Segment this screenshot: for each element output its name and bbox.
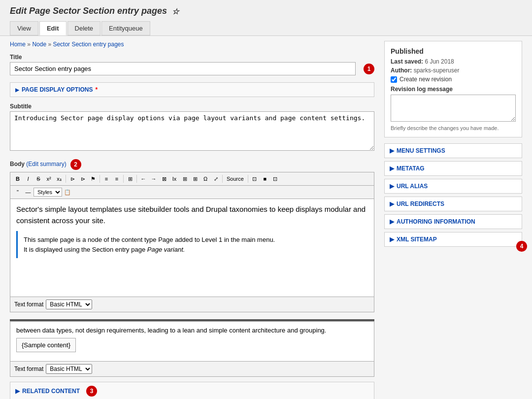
arrow-icon-xml: ▶ — [390, 236, 394, 243]
create-revision-checkbox[interactable] — [391, 76, 397, 83]
sidebar-author: Author: sparks-superuser — [391, 67, 516, 74]
url-alias-header[interactable]: ▶ URL ALIAS — [385, 179, 522, 193]
strike-btn[interactable]: S — [33, 174, 43, 184]
tab-bar: View Edit Delete Entityqueue — [10, 21, 522, 35]
text-format-select[interactable]: Basic HTML Full HTML Plain text — [46, 299, 92, 309]
clear-format-btn[interactable]: Ix — [169, 174, 179, 184]
redo-btn[interactable]: → — [149, 174, 159, 184]
arrow-icon-url-alias: ▶ — [390, 183, 394, 190]
omega-btn[interactable]: Ω — [200, 174, 210, 184]
revision-log-textarea[interactable] — [391, 95, 516, 122]
body-bottom-text: between data types, not design requireme… — [16, 327, 368, 334]
undo-btn[interactable]: ← — [138, 174, 148, 184]
editor-toolbar: B I S x² x₂ ⊳ ⊳ ⚑ ≡ ≡ ⊞ ← → — [10, 172, 374, 185]
revision-log-label: Revision log message — [391, 86, 516, 93]
body-label: Body (Edit summary) — [10, 161, 66, 167]
arrow-icon-related: ▶ — [15, 388, 20, 395]
title-label: Title — [10, 54, 374, 61]
url-alias-label: URL ALIAS — [397, 183, 428, 190]
url-redirects-label: URL REDIRECTS — [397, 200, 444, 207]
blockquote-line1: This sample page is a node of the conten… — [24, 236, 275, 243]
metatag-header[interactable]: ▶ METATAG — [385, 162, 522, 175]
italic-btn[interactable]: I — [23, 174, 33, 184]
text-format-label: Text format — [14, 301, 43, 308]
maximize-btn[interactable]: ⊡ — [270, 174, 280, 184]
xml-sitemap-section: ▶ XML SITEMAP — [384, 232, 522, 247]
arrow-icon-meta: ▶ — [390, 165, 394, 172]
image-btn[interactable]: ⊞ — [180, 174, 190, 184]
url-alias-section: ▶ URL ALIAS — [384, 179, 522, 194]
tab-view[interactable]: View — [10, 21, 38, 35]
sample-content-box: {Sample content} — [16, 338, 76, 352]
metatag-label: METATAG — [397, 165, 425, 172]
arrow-icon: ▶ — [15, 87, 19, 93]
body-badge: 2 — [70, 159, 81, 170]
arrow-icon-menu: ▶ — [390, 147, 394, 154]
sep4 — [136, 175, 137, 183]
authoring-label: AUTHORING INFORMATION — [397, 218, 475, 225]
menu-settings-label: MENU SETTINGS — [397, 147, 445, 154]
tab-delete[interactable]: Delete — [67, 21, 101, 35]
page-node-title: Sector Section entry pages — [53, 6, 167, 16]
flag-btn[interactable]: ⚑ — [88, 174, 98, 184]
clipboard-btn[interactable]: 📋 — [63, 187, 72, 197]
tab-entityqueue[interactable]: Entityqueue — [101, 21, 150, 35]
breadcrumb-node[interactable]: Node — [32, 41, 46, 48]
authoring-header[interactable]: ▶ AUTHORING INFORMATION — [385, 215, 522, 229]
indent-btn[interactable]: ⊞ — [125, 174, 135, 184]
body-section: Body (Edit summary) 2 B I S x² x₂ ⊳ ⊳ ⚑ — [10, 159, 374, 312]
editor-toolbar-row2: " — Styles 📋 — [10, 185, 374, 199]
preview-small-btn[interactable]: ⊡ — [250, 174, 260, 184]
link-btn[interactable]: ⊞ — [190, 174, 200, 184]
url-redirects-header[interactable]: ▶ URL REDIRECTS — [385, 197, 522, 211]
page-display-label: PAGE DISPLAY OPTIONS — [22, 86, 93, 93]
editor-area[interactable]: Sector's simple layout templates use sit… — [10, 199, 374, 297]
title-badge: 1 — [364, 64, 374, 74]
revision-hint: Briefly describe the changes you have ma… — [391, 125, 516, 131]
editor-bottom: between data types, not design requireme… — [10, 321, 374, 362]
bold-btn[interactable]: B — [13, 174, 23, 184]
subscript-btn[interactable]: x₂ — [54, 174, 64, 184]
sep6 — [248, 175, 248, 183]
menu-settings-section: ▶ MENU SETTINGS — [384, 143, 522, 158]
hr-btn[interactable]: — — [23, 187, 33, 197]
menu-settings-header[interactable]: ▶ MENU SETTINGS — [385, 144, 522, 158]
sep5 — [222, 175, 223, 183]
table-btn[interactable]: ⊠ — [159, 174, 169, 184]
superscript-btn[interactable]: x² — [44, 174, 54, 184]
copy-btn[interactable]: ⊳ — [67, 174, 77, 184]
breadcrumb-home[interactable]: Home — [10, 41, 26, 48]
styles-dropdown[interactable]: Styles — [33, 188, 62, 197]
create-revision-label: Create new revision — [399, 76, 452, 83]
ol-btn[interactable]: ≡ — [112, 174, 122, 184]
fullscreen-btn[interactable]: ⤢ — [211, 174, 221, 184]
source-btn[interactable]: Source — [224, 174, 246, 184]
subtitle-input[interactable]: Introducing Sector page display options … — [10, 111, 374, 151]
text-format-row: Text format Basic HTML Full HTML Plain t… — [10, 297, 374, 312]
metatag-section: ▶ METATAG — [384, 161, 522, 176]
sep2 — [100, 175, 100, 183]
blocks-btn[interactable]: ■ — [260, 174, 270, 184]
star-icon[interactable]: ☆ — [172, 7, 179, 16]
ul-btn[interactable]: ≡ — [101, 174, 111, 184]
related-badge: 3 — [86, 386, 97, 397]
related-content-header[interactable]: ▶ RELATED CONTENT 3 — [10, 382, 374, 399]
sidebar-create-revision-row: Create new revision — [391, 76, 516, 83]
text-format-select-b[interactable]: Basic HTML Full HTML Plain text — [46, 364, 92, 374]
blockquote-box: This sample page is a node of the conten… — [16, 231, 368, 258]
breadcrumb-current[interactable]: Sector Section entry pages — [53, 41, 124, 48]
xml-sitemap-header[interactable]: ▶ XML SITEMAP — [385, 233, 522, 246]
page-display-header[interactable]: ▶ PAGE DISPLAY OPTIONS * — [10, 83, 374, 97]
editor-paragraph: Sector's simple layout templates use sit… — [16, 204, 368, 226]
subtitle-section: Subtitle Introducing Sector page display… — [10, 103, 374, 152]
sidebar-badge: 4 — [516, 241, 527, 252]
edit-summary-link[interactable]: (Edit summary) — [26, 161, 66, 167]
paste-btn[interactable]: ⊳ — [78, 174, 88, 184]
breadcrumb: Home » Node » Sector Section entry pages — [10, 41, 374, 48]
related-content-section: ▶ RELATED CONTENT 3 — [10, 382, 374, 399]
arrow-icon-url-redirects: ▶ — [390, 200, 394, 207]
quote-btn[interactable]: " — [13, 187, 23, 197]
title-input[interactable] — [10, 62, 356, 75]
subtitle-label: Subtitle — [10, 103, 374, 110]
tab-edit[interactable]: Edit — [39, 21, 66, 35]
